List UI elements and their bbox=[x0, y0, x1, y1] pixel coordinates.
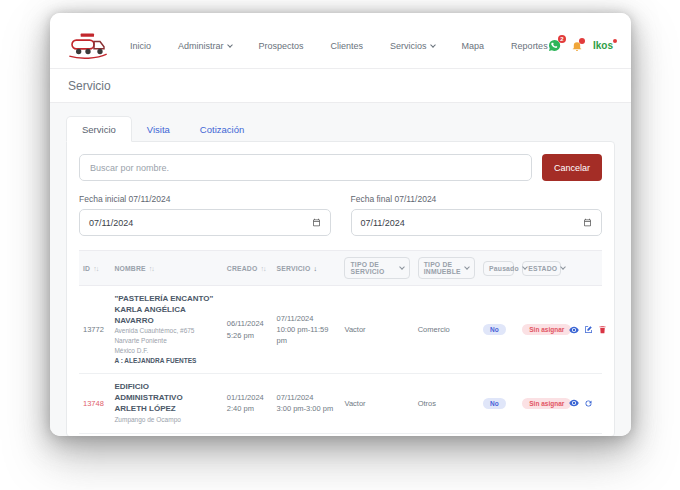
top-navbar: Inicio Administrar Prospectos Clientes S… bbox=[50, 13, 631, 69]
created-cell: 01/11/20242:40 pm bbox=[223, 374, 273, 433]
header-actions bbox=[565, 251, 602, 286]
nav-clientes-label: Clientes bbox=[331, 41, 364, 51]
end-date-field: Fecha final 07/11/2024 07/11/2024 bbox=[351, 194, 603, 236]
table-row: 13772 "PASTELERÍA ENCANTO" KARLA ANGÉLIC… bbox=[79, 286, 602, 374]
view-icon[interactable] bbox=[569, 326, 579, 334]
service-cell: 07/11/20243:00 pm-3:00 pm bbox=[272, 374, 340, 433]
address-line: Narvarte Poniente bbox=[114, 336, 218, 346]
bell-icon[interactable] bbox=[571, 40, 583, 52]
client-name: KARLA ANGÉLICA NAVARRO bbox=[114, 305, 218, 327]
paused-cell: No bbox=[479, 374, 518, 433]
service-cell: 07/11/20242:37 pm-4:37 pm bbox=[272, 433, 340, 436]
tipo-inmueble-select[interactable]: TIPO DE INMUEBLE bbox=[418, 257, 475, 279]
calendar-icon bbox=[312, 218, 321, 227]
client-name: "PASTELERÍA ENCANTO" bbox=[114, 294, 218, 305]
status-cell: Sin asignar bbox=[518, 374, 565, 433]
delete-icon[interactable] bbox=[598, 325, 607, 334]
start-date-input[interactable]: 07/11/2024 bbox=[79, 209, 331, 236]
table-row: 13774 DANIELA MEDINA HERNÁNDEZ Calle El … bbox=[79, 433, 602, 436]
start-date-value: 07/11/2024 bbox=[89, 218, 133, 228]
table-header-row: ID↑↓ NOMBRE↑↓ CREADO↑↓ SERVICIO↓ TIPO DE… bbox=[79, 251, 602, 286]
end-date-value: 07/11/2024 bbox=[361, 218, 405, 228]
status-badge: Sin asignar bbox=[522, 398, 571, 409]
pausado-select[interactable]: Pausado bbox=[483, 261, 514, 276]
service-cell: 07/11/202410:00 pm-11:59 pm bbox=[272, 286, 340, 374]
property-type-cell: Comercio bbox=[414, 286, 479, 374]
address-line: México D.F. bbox=[114, 346, 218, 356]
nav-mapa-label: Mapa bbox=[462, 41, 485, 51]
sort-desc-icon[interactable]: ↓ bbox=[313, 265, 316, 272]
header-creado-label: CREADO bbox=[227, 265, 258, 272]
property-type-cell: Otros bbox=[414, 374, 479, 433]
end-date-input[interactable]: 07/11/2024 bbox=[351, 209, 603, 236]
client-name: ARLETH LÓPEZ bbox=[114, 404, 218, 415]
row-name-cell: DANIELA MEDINA HERNÁNDEZ Calle El Risco,… bbox=[110, 433, 222, 436]
row-id: 13772 bbox=[79, 286, 110, 374]
header-servicio[interactable]: SERVICIO↓ bbox=[272, 251, 340, 286]
actions-cell bbox=[565, 286, 602, 374]
created-cell: 07/11/20248:26 am bbox=[223, 433, 273, 436]
nav-servicios[interactable]: Servicios bbox=[390, 41, 435, 51]
row-name-cell: EDIFICIO ADMINISTRATIVO ARLETH LÓPEZ Zum… bbox=[110, 374, 222, 433]
start-date-field: Fecha inicial 07/11/2024 07/11/2024 bbox=[79, 194, 331, 236]
nav-inicio[interactable]: Inicio bbox=[130, 41, 151, 51]
sort-icon[interactable]: ↑↓ bbox=[93, 265, 98, 272]
service-panel: Cancelar Fecha inicial 07/11/2024 07/11/… bbox=[66, 141, 615, 436]
paused-cell: No bbox=[479, 286, 518, 374]
header-pausado: Pausado bbox=[479, 251, 518, 286]
nav-servicios-label: Servicios bbox=[390, 41, 427, 51]
sort-icon[interactable]: ↑↓ bbox=[260, 265, 265, 272]
nav-reportes[interactable]: Reportes bbox=[511, 41, 548, 51]
header-servicio-label: SERVICIO bbox=[276, 265, 310, 272]
tipo-servicio-label: TIPO DE SERVICIO bbox=[350, 261, 395, 275]
end-date-label: Fecha final 07/11/2024 bbox=[351, 194, 603, 204]
calendar-icon bbox=[583, 218, 592, 227]
page-background: Inicio Administrar Prospectos Clientes S… bbox=[0, 0, 680, 490]
edit-icon[interactable] bbox=[584, 325, 593, 334]
navbar-right: 2 Ikos bbox=[548, 39, 613, 52]
content-area: Servicio Visita Cotización Cancelar Fech… bbox=[50, 103, 631, 436]
main-nav: Inicio Administrar Prospectos Clientes S… bbox=[130, 41, 548, 51]
date-filters: Fecha inicial 07/11/2024 07/11/2024 Fech… bbox=[79, 194, 602, 236]
nav-mapa[interactable]: Mapa bbox=[462, 41, 485, 51]
estado-select[interactable]: ESTADO bbox=[522, 261, 561, 276]
view-icon[interactable] bbox=[569, 399, 579, 407]
header-id-label: ID bbox=[83, 265, 90, 272]
truck-logo-icon bbox=[68, 32, 108, 59]
paused-badge: No bbox=[483, 398, 506, 409]
pausado-label: Pausado bbox=[489, 265, 519, 272]
sort-icon[interactable]: ↑↓ bbox=[149, 265, 154, 272]
chevron-down-icon bbox=[464, 264, 470, 270]
search-input[interactable] bbox=[79, 154, 532, 181]
bell-notification-dot bbox=[579, 38, 585, 44]
tab-servicio[interactable]: Servicio bbox=[66, 116, 132, 142]
nav-clientes[interactable]: Clientes bbox=[331, 41, 364, 51]
refresh-icon[interactable] bbox=[584, 399, 593, 408]
brand-logo[interactable]: Ikos bbox=[593, 40, 613, 51]
company-logo[interactable] bbox=[68, 32, 108, 59]
header-nombre[interactable]: NOMBRE↑↓ bbox=[110, 251, 222, 286]
cancel-button[interactable]: Cancelar bbox=[542, 154, 602, 181]
header-id[interactable]: ID↑↓ bbox=[79, 251, 110, 286]
chevron-down-icon bbox=[399, 264, 405, 270]
nav-administrar[interactable]: Administrar bbox=[178, 41, 232, 51]
header-nombre-label: NOMBRE bbox=[114, 265, 145, 272]
actions-cell bbox=[565, 374, 602, 433]
page-title: Servicio bbox=[68, 79, 613, 93]
services-table: ID↑↓ NOMBRE↑↓ CREADO↑↓ SERVICIO↓ TIPO DE… bbox=[79, 250, 602, 436]
nav-reportes-label: Reportes bbox=[511, 41, 548, 51]
tab-cotizacion[interactable]: Cotización bbox=[185, 117, 259, 141]
assigned-person: A : ALEJANDRA FUENTES bbox=[114, 356, 218, 366]
header-creado[interactable]: CREADO↑↓ bbox=[223, 251, 273, 286]
tipo-servicio-select[interactable]: TIPO DE SERVICIO bbox=[344, 257, 409, 279]
whatsapp-badge: 2 bbox=[558, 35, 566, 43]
tab-visita[interactable]: Visita bbox=[132, 117, 185, 141]
service-type-cell: Vactor bbox=[340, 374, 413, 433]
nav-prospectos[interactable]: Prospectos bbox=[259, 41, 304, 51]
whatsapp-icon[interactable]: 2 bbox=[548, 39, 561, 52]
row-id: 13774 bbox=[79, 433, 110, 436]
status-cell: Asignado bbox=[518, 433, 565, 436]
property-type-cell: Casa bbox=[414, 433, 479, 436]
table-row: 13748 EDIFICIO ADMINISTRATIVO ARLETH LÓP… bbox=[79, 374, 602, 433]
client-name: EDIFICIO ADMINISTRATIVO bbox=[114, 382, 218, 404]
